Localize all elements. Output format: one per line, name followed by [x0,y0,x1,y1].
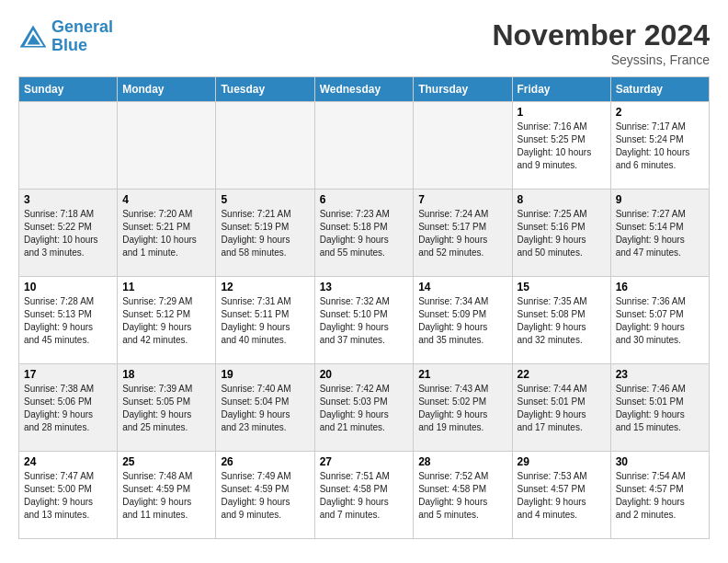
title-block: November 2024 Seyssins, France [492,18,710,67]
day-info: Sunrise: 7:53 AM Sunset: 4:57 PM Dayligh… [518,470,606,522]
day-number: 21 [418,368,506,381]
weekday-header-sunday: Sunday [19,77,118,102]
calendar-cell: 5Sunrise: 7:21 AM Sunset: 5:19 PM Daylig… [216,190,314,277]
day-number: 8 [518,193,606,206]
day-number: 28 [418,455,506,468]
day-info: Sunrise: 7:44 AM Sunset: 5:01 PM Dayligh… [518,383,606,434]
calendar-cell: 7Sunrise: 7:24 AM Sunset: 5:17 PM Daylig… [414,190,512,277]
calendar-cell: 1Sunrise: 7:16 AM Sunset: 5:25 PM Daylig… [512,102,610,190]
day-info: Sunrise: 7:31 AM Sunset: 5:11 PM Dayligh… [221,295,309,347]
calendar-cell: 9Sunrise: 7:27 AM Sunset: 5:14 PM Daylig… [610,190,709,277]
calendar-cell: 6Sunrise: 7:23 AM Sunset: 5:18 PM Daylig… [314,190,414,277]
week-row-4: 17Sunrise: 7:38 AM Sunset: 5:06 PM Dayli… [19,364,710,452]
day-number: 14 [418,281,506,293]
calendar-cell [414,102,512,190]
day-number: 11 [122,281,210,293]
day-info: Sunrise: 7:49 AM Sunset: 4:59 PM Dayligh… [221,470,309,522]
logo-icon [18,24,48,50]
weekday-header-monday: Monday [118,77,216,102]
day-info: Sunrise: 7:35 AM Sunset: 5:08 PM Dayligh… [518,295,606,347]
location: Seyssins, France [492,52,710,67]
day-number: 18 [122,368,210,381]
day-number: 2 [616,106,704,119]
day-info: Sunrise: 7:38 AM Sunset: 5:06 PM Dayligh… [24,383,112,434]
day-number: 23 [616,368,704,381]
day-info: Sunrise: 7:46 AM Sunset: 5:01 PM Dayligh… [616,383,704,434]
calendar-cell [314,102,414,190]
day-number: 3 [24,193,112,206]
week-row-3: 10Sunrise: 7:28 AM Sunset: 5:13 PM Dayli… [19,277,710,364]
calendar-cell: 12Sunrise: 7:31 AM Sunset: 5:11 PM Dayli… [216,277,314,364]
calendar-cell: 16Sunrise: 7:36 AM Sunset: 5:07 PM Dayli… [610,277,709,364]
day-info: Sunrise: 7:39 AM Sunset: 5:05 PM Dayligh… [122,383,210,434]
calendar-cell: 29Sunrise: 7:53 AM Sunset: 4:57 PM Dayli… [512,452,610,539]
logo-line2: Blue [51,36,87,54]
calendar: SundayMondayTuesdayWednesdayThursdayFrid… [18,76,710,539]
logo-text: General Blue [51,18,113,55]
day-number: 13 [320,281,409,293]
logo-line1: General [51,17,113,36]
calendar-cell: 24Sunrise: 7:47 AM Sunset: 5:00 PM Dayli… [19,452,118,539]
day-number: 5 [221,193,309,206]
day-info: Sunrise: 7:25 AM Sunset: 5:16 PM Dayligh… [518,208,606,259]
day-number: 27 [320,455,409,468]
day-number: 22 [518,368,606,381]
day-info: Sunrise: 7:27 AM Sunset: 5:14 PM Dayligh… [616,208,704,259]
calendar-cell: 14Sunrise: 7:34 AM Sunset: 5:09 PM Dayli… [414,277,512,364]
day-number: 15 [518,281,606,293]
day-number: 12 [221,281,309,293]
day-number: 26 [221,455,309,468]
day-info: Sunrise: 7:36 AM Sunset: 5:07 PM Dayligh… [616,295,704,347]
day-number: 20 [320,368,409,381]
calendar-cell: 2Sunrise: 7:17 AM Sunset: 5:24 PM Daylig… [610,102,709,190]
weekday-header-tuesday: Tuesday [216,77,314,102]
calendar-cell: 17Sunrise: 7:38 AM Sunset: 5:06 PM Dayli… [19,364,118,452]
day-number: 19 [221,368,309,381]
day-info: Sunrise: 7:42 AM Sunset: 5:03 PM Dayligh… [320,383,409,434]
calendar-cell: 26Sunrise: 7:49 AM Sunset: 4:59 PM Dayli… [216,452,314,539]
day-info: Sunrise: 7:28 AM Sunset: 5:13 PM Dayligh… [24,295,112,347]
calendar-cell: 13Sunrise: 7:32 AM Sunset: 5:10 PM Dayli… [314,277,414,364]
day-info: Sunrise: 7:23 AM Sunset: 5:18 PM Dayligh… [320,208,409,259]
day-number: 29 [518,455,606,468]
logo: General Blue [18,18,113,55]
calendar-cell: 25Sunrise: 7:48 AM Sunset: 4:59 PM Dayli… [118,452,216,539]
weekday-header-wednesday: Wednesday [314,77,414,102]
weekday-header-saturday: Saturday [610,77,709,102]
week-row-2: 3Sunrise: 7:18 AM Sunset: 5:22 PM Daylig… [19,190,710,277]
day-number: 4 [122,193,210,206]
weekday-header-row: SundayMondayTuesdayWednesdayThursdayFrid… [19,77,710,102]
calendar-cell: 22Sunrise: 7:44 AM Sunset: 5:01 PM Dayli… [512,364,610,452]
calendar-cell: 10Sunrise: 7:28 AM Sunset: 5:13 PM Dayli… [19,277,118,364]
day-number: 25 [122,455,210,468]
calendar-cell: 19Sunrise: 7:40 AM Sunset: 5:04 PM Dayli… [216,364,314,452]
weekday-header-thursday: Thursday [414,77,512,102]
day-info: Sunrise: 7:32 AM Sunset: 5:10 PM Dayligh… [320,295,409,347]
day-number: 10 [24,281,112,293]
weekday-header-friday: Friday [512,77,610,102]
day-number: 1 [518,106,606,119]
day-number: 9 [616,193,704,206]
calendar-cell: 4Sunrise: 7:20 AM Sunset: 5:21 PM Daylig… [118,190,216,277]
calendar-cell: 18Sunrise: 7:39 AM Sunset: 5:05 PM Dayli… [118,364,216,452]
day-info: Sunrise: 7:24 AM Sunset: 5:17 PM Dayligh… [418,208,506,259]
day-info: Sunrise: 7:29 AM Sunset: 5:12 PM Dayligh… [122,295,210,347]
calendar-cell: 23Sunrise: 7:46 AM Sunset: 5:01 PM Dayli… [610,364,709,452]
day-number: 7 [418,193,506,206]
week-row-5: 24Sunrise: 7:47 AM Sunset: 5:00 PM Dayli… [19,452,710,539]
day-info: Sunrise: 7:17 AM Sunset: 5:24 PM Dayligh… [616,121,704,172]
day-info: Sunrise: 7:43 AM Sunset: 5:02 PM Dayligh… [418,383,506,434]
day-info: Sunrise: 7:34 AM Sunset: 5:09 PM Dayligh… [418,295,506,347]
day-info: Sunrise: 7:52 AM Sunset: 4:58 PM Dayligh… [418,470,506,522]
day-number: 6 [320,193,409,206]
day-number: 24 [24,455,112,468]
day-number: 17 [24,368,112,381]
month-title: November 2024 [492,18,710,52]
day-info: Sunrise: 7:40 AM Sunset: 5:04 PM Dayligh… [221,383,309,434]
calendar-cell: 20Sunrise: 7:42 AM Sunset: 5:03 PM Dayli… [314,364,414,452]
week-row-1: 1Sunrise: 7:16 AM Sunset: 5:25 PM Daylig… [19,102,710,190]
day-info: Sunrise: 7:16 AM Sunset: 5:25 PM Dayligh… [518,121,606,172]
day-info: Sunrise: 7:47 AM Sunset: 5:00 PM Dayligh… [24,470,112,522]
calendar-cell [19,102,118,190]
calendar-cell [118,102,216,190]
